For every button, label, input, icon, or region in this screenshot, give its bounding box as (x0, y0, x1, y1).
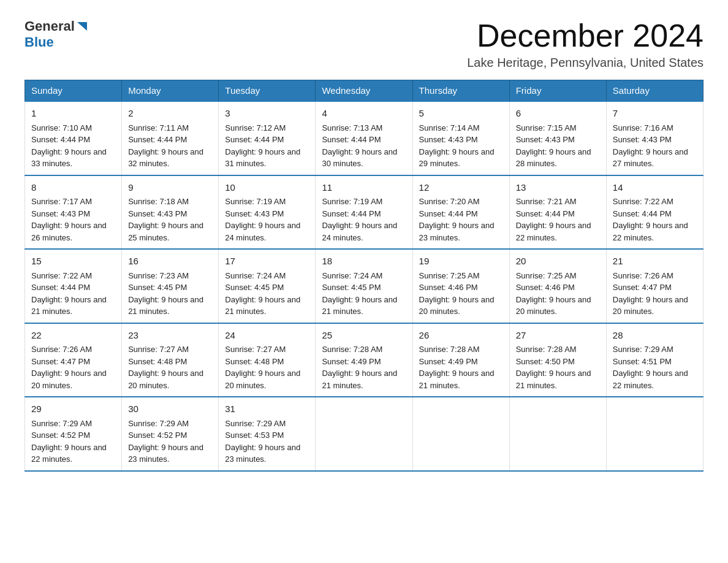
calendar-week-row: 22Sunrise: 7:26 AMSunset: 4:47 PMDayligh… (25, 323, 703, 397)
calendar-day-cell: 1Sunrise: 7:10 AMSunset: 4:44 PMDaylight… (25, 101, 122, 175)
logo-general-text: General (25, 18, 75, 34)
day-info: Sunrise: 7:29 AMSunset: 4:52 PMDaylight:… (128, 419, 203, 464)
day-info: Sunrise: 7:28 AMSunset: 4:49 PMDaylight:… (419, 345, 495, 390)
weekday-header-sunday: Sunday (25, 80, 122, 102)
calendar-day-cell: 27Sunrise: 7:28 AMSunset: 4:50 PMDayligh… (509, 323, 606, 397)
day-number: 16 (128, 255, 212, 269)
day-info: Sunrise: 7:26 AMSunset: 4:47 PMDaylight:… (31, 345, 107, 390)
day-info: Sunrise: 7:25 AMSunset: 4:46 PMDaylight:… (516, 271, 591, 316)
day-info: Sunrise: 7:28 AMSunset: 4:50 PMDaylight:… (516, 345, 591, 390)
day-number: 30 (128, 402, 212, 416)
calendar-day-cell: 29Sunrise: 7:29 AMSunset: 4:52 PMDayligh… (25, 397, 122, 471)
calendar-day-cell: 20Sunrise: 7:25 AMSunset: 4:46 PMDayligh… (509, 249, 606, 323)
day-info: Sunrise: 7:14 AMSunset: 4:43 PMDaylight:… (419, 123, 495, 169)
day-number: 9 (128, 181, 212, 195)
day-info: Sunrise: 7:24 AMSunset: 4:45 PMDaylight:… (225, 271, 300, 316)
day-number: 4 (322, 107, 406, 121)
weekday-header-tuesday: Tuesday (219, 80, 316, 102)
calendar-week-row: 8Sunrise: 7:17 AMSunset: 4:43 PMDaylight… (25, 175, 703, 250)
day-info: Sunrise: 7:25 AMSunset: 4:46 PMDaylight:… (419, 271, 495, 316)
day-number: 14 (613, 181, 697, 195)
svg-marker-0 (77, 22, 87, 31)
day-info: Sunrise: 7:16 AMSunset: 4:43 PMDaylight:… (613, 123, 688, 169)
calendar-day-cell: 10Sunrise: 7:19 AMSunset: 4:43 PMDayligh… (219, 175, 316, 250)
day-number: 2 (128, 107, 212, 121)
day-info: Sunrise: 7:23 AMSunset: 4:45 PMDaylight:… (128, 271, 203, 316)
calendar-day-cell: 12Sunrise: 7:20 AMSunset: 4:44 PMDayligh… (412, 175, 509, 250)
location-title: Lake Heritage, Pennsylvania, United Stat… (467, 56, 703, 70)
day-number: 17 (225, 255, 309, 269)
calendar-day-cell: 9Sunrise: 7:18 AMSunset: 4:43 PMDaylight… (122, 175, 219, 250)
calendar-day-cell (509, 397, 606, 471)
day-number: 23 (128, 329, 212, 343)
day-number: 10 (225, 181, 309, 195)
weekday-header-friday: Friday (509, 80, 606, 102)
day-number: 1 (31, 107, 115, 121)
day-number: 22 (31, 329, 115, 343)
calendar-day-cell: 31Sunrise: 7:29 AMSunset: 4:53 PMDayligh… (219, 397, 316, 471)
calendar-day-cell: 23Sunrise: 7:27 AMSunset: 4:48 PMDayligh… (122, 323, 219, 397)
day-number: 8 (31, 181, 115, 195)
calendar-day-cell: 19Sunrise: 7:25 AMSunset: 4:46 PMDayligh… (412, 249, 509, 323)
weekday-header-row: SundayMondayTuesdayWednesdayThursdayFrid… (25, 80, 703, 102)
calendar-day-cell (412, 397, 509, 471)
calendar-day-cell (606, 397, 703, 471)
calendar-day-cell: 25Sunrise: 7:28 AMSunset: 4:49 PMDayligh… (316, 323, 412, 397)
day-number: 15 (31, 255, 115, 269)
calendar-day-cell: 4Sunrise: 7:13 AMSunset: 4:44 PMDaylight… (316, 101, 412, 175)
weekday-header-saturday: Saturday (606, 80, 703, 102)
calendar-day-cell: 28Sunrise: 7:29 AMSunset: 4:51 PMDayligh… (606, 323, 703, 397)
day-info: Sunrise: 7:19 AMSunset: 4:43 PMDaylight:… (225, 197, 300, 242)
calendar-day-cell: 18Sunrise: 7:24 AMSunset: 4:45 PMDayligh… (316, 249, 412, 323)
calendar-day-cell: 2Sunrise: 7:11 AMSunset: 4:44 PMDaylight… (122, 101, 219, 175)
day-info: Sunrise: 7:11 AMSunset: 4:44 PMDaylight:… (128, 123, 203, 169)
day-number: 27 (516, 329, 600, 343)
calendar-day-cell: 24Sunrise: 7:27 AMSunset: 4:48 PMDayligh… (219, 323, 316, 397)
calendar-week-row: 1Sunrise: 7:10 AMSunset: 4:44 PMDaylight… (25, 101, 703, 175)
day-number: 5 (419, 107, 503, 121)
day-number: 20 (516, 255, 600, 269)
day-number: 31 (225, 402, 309, 416)
day-number: 7 (613, 107, 697, 121)
day-number: 29 (31, 402, 115, 416)
day-number: 6 (516, 107, 600, 121)
calendar-day-cell: 7Sunrise: 7:16 AMSunset: 4:43 PMDaylight… (606, 101, 703, 175)
day-number: 21 (613, 255, 697, 269)
day-info: Sunrise: 7:22 AMSunset: 4:44 PMDaylight:… (31, 271, 107, 316)
day-info: Sunrise: 7:28 AMSunset: 4:49 PMDaylight:… (322, 345, 397, 390)
day-number: 18 (322, 255, 406, 269)
day-info: Sunrise: 7:10 AMSunset: 4:44 PMDaylight:… (31, 123, 107, 169)
calendar-day-cell: 11Sunrise: 7:19 AMSunset: 4:44 PMDayligh… (316, 175, 412, 250)
day-info: Sunrise: 7:24 AMSunset: 4:45 PMDaylight:… (322, 271, 397, 316)
calendar-week-row: 29Sunrise: 7:29 AMSunset: 4:52 PMDayligh… (25, 397, 703, 471)
day-info: Sunrise: 7:12 AMSunset: 4:44 PMDaylight:… (225, 123, 300, 169)
calendar-week-row: 15Sunrise: 7:22 AMSunset: 4:44 PMDayligh… (25, 249, 703, 323)
day-number: 26 (419, 329, 503, 343)
logo-blue-text: Blue (25, 34, 54, 50)
calendar-day-cell: 3Sunrise: 7:12 AMSunset: 4:44 PMDaylight… (219, 101, 316, 175)
calendar-day-cell (316, 397, 412, 471)
day-info: Sunrise: 7:27 AMSunset: 4:48 PMDaylight:… (225, 345, 300, 390)
calendar-table: SundayMondayTuesdayWednesdayThursdayFrid… (25, 80, 703, 472)
day-info: Sunrise: 7:20 AMSunset: 4:44 PMDaylight:… (419, 197, 495, 242)
calendar-day-cell: 22Sunrise: 7:26 AMSunset: 4:47 PMDayligh… (25, 323, 122, 397)
calendar-day-cell: 21Sunrise: 7:26 AMSunset: 4:47 PMDayligh… (606, 249, 703, 323)
calendar-day-cell: 26Sunrise: 7:28 AMSunset: 4:49 PMDayligh… (412, 323, 509, 397)
calendar-day-cell: 17Sunrise: 7:24 AMSunset: 4:45 PMDayligh… (219, 249, 316, 323)
weekday-header-monday: Monday (122, 80, 219, 102)
day-number: 11 (322, 181, 406, 195)
title-block: December 2024 Lake Heritage, Pennsylvani… (467, 18, 703, 70)
day-info: Sunrise: 7:17 AMSunset: 4:43 PMDaylight:… (31, 197, 107, 242)
page-header: General Blue December 2024 Lake Heritage… (25, 18, 703, 70)
month-title: December 2024 (467, 18, 703, 53)
day-info: Sunrise: 7:15 AMSunset: 4:43 PMDaylight:… (516, 123, 591, 169)
day-info: Sunrise: 7:21 AMSunset: 4:44 PMDaylight:… (516, 197, 591, 242)
weekday-header-wednesday: Wednesday (316, 80, 412, 102)
day-number: 3 (225, 107, 309, 121)
logo: General Blue (25, 18, 89, 50)
day-info: Sunrise: 7:13 AMSunset: 4:44 PMDaylight:… (322, 123, 397, 169)
day-number: 19 (419, 255, 503, 269)
day-number: 12 (419, 181, 503, 195)
calendar-day-cell: 16Sunrise: 7:23 AMSunset: 4:45 PMDayligh… (122, 249, 219, 323)
day-number: 28 (613, 329, 697, 343)
